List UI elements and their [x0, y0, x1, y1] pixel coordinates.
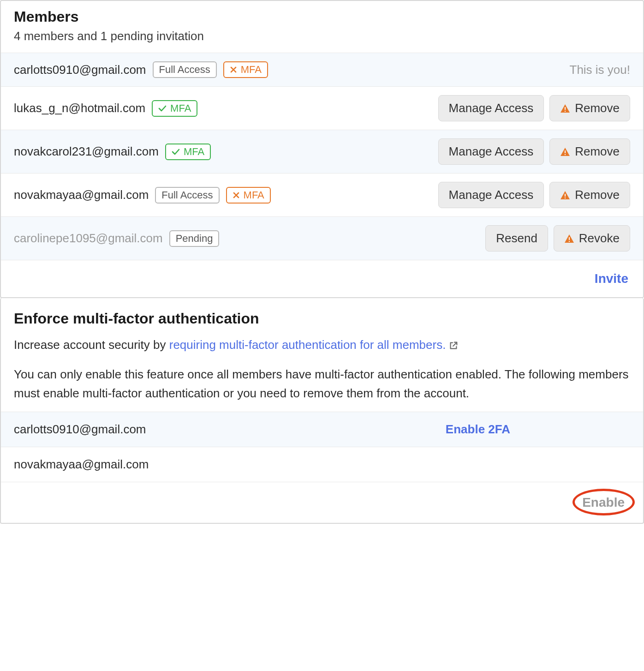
remove-label: Remove: [575, 144, 620, 159]
revoke-button[interactable]: Revoke: [554, 225, 630, 252]
mfa-link[interactable]: requiring multi-factor authentication fo…: [169, 338, 459, 352]
external-link-icon: [448, 341, 459, 351]
mfa-title: Enforce multi-factor authentication: [1, 298, 643, 334]
mfa-pending-row: carlotts0910@gmail.com Enable 2FA: [1, 412, 643, 447]
mfa-member-email: carlotts0910@gmail.com: [14, 422, 146, 437]
pending-badge: Pending: [169, 230, 220, 247]
svg-rect-0: [565, 107, 566, 110]
invite-footer: Invite: [1, 260, 643, 297]
mfa-description: Increase account security by requiring m…: [1, 334, 643, 363]
resend-button[interactable]: Resend: [485, 225, 548, 252]
svg-rect-1: [565, 111, 566, 112]
mfa-label: MFA: [241, 64, 262, 76]
members-subtitle: 4 members and 1 pending invitation: [1, 29, 643, 53]
mfa-label: MFA: [170, 102, 191, 114]
svg-rect-3: [565, 154, 566, 155]
revoke-label: Revoke: [579, 231, 620, 246]
remove-label: Remove: [575, 101, 620, 115]
warning-icon: [560, 147, 570, 156]
svg-rect-5: [565, 198, 566, 198]
svg-rect-6: [569, 237, 570, 240]
mfa-badge-disabled: MFA: [223, 61, 268, 78]
this-is-you-label: This is you!: [570, 63, 631, 77]
member-email: novakcarol231@gmail.com: [14, 144, 159, 159]
remove-label: Remove: [575, 188, 620, 202]
member-row: novakmayaa@gmail.com Full Access MFA Man…: [1, 173, 643, 216]
mfa-enable-footer: Enable: [1, 482, 643, 523]
manage-access-button[interactable]: Manage Access: [438, 182, 544, 208]
remove-button[interactable]: Remove: [549, 182, 630, 208]
enable-button[interactable]: Enable: [582, 495, 625, 510]
mfa-label: MFA: [184, 146, 204, 158]
mfa-badge-enabled: MFA: [152, 100, 197, 117]
mfa-badge-enabled: MFA: [165, 144, 211, 160]
member-row-pending: carolinepe1095@gmail.com Pending Resend …: [1, 216, 643, 260]
remove-button[interactable]: Remove: [549, 138, 630, 165]
access-badge: Full Access: [155, 187, 219, 204]
x-icon: [233, 192, 240, 199]
invite-button[interactable]: Invite: [595, 271, 628, 286]
member-row-self: carlotts0910@gmail.com Full Access MFA T…: [1, 53, 643, 86]
svg-rect-4: [565, 194, 566, 197]
mfa-desc-prefix: Increase account security by: [14, 338, 169, 352]
member-email: carolinepe1095@gmail.com: [14, 231, 163, 246]
member-email: lukas_g_n@hotmail.com: [14, 101, 145, 115]
member-email: novakmayaa@gmail.com: [14, 188, 149, 202]
member-row: novakcarol231@gmail.com MFA Manage Acces…: [1, 130, 643, 173]
svg-rect-7: [569, 241, 570, 242]
member-row: lukas_g_n@hotmail.com MFA Manage Access …: [1, 86, 643, 130]
warning-icon: [560, 191, 570, 200]
manage-access-button[interactable]: Manage Access: [438, 138, 544, 165]
mfa-pending-row: novakmayaa@gmail.com: [1, 447, 643, 482]
mfa-warning: You can only enable this feature once al…: [1, 363, 643, 412]
manage-access-button[interactable]: Manage Access: [438, 95, 544, 121]
svg-rect-2: [565, 150, 566, 153]
remove-button[interactable]: Remove: [549, 95, 630, 121]
access-badge: Full Access: [153, 61, 217, 78]
member-email: carlotts0910@gmail.com: [14, 63, 146, 77]
mfa-member-email: novakmayaa@gmail.com: [14, 457, 149, 472]
enable-2fa-button[interactable]: Enable 2FA: [446, 422, 630, 437]
check-icon: [172, 148, 180, 156]
mfa-badge-disabled: MFA: [226, 187, 271, 204]
members-title: Members: [1, 1, 643, 29]
mfa-label: MFA: [244, 189, 264, 201]
x-icon: [230, 66, 237, 73]
warning-icon: [560, 104, 570, 113]
warning-icon: [564, 234, 574, 243]
check-icon: [158, 105, 167, 112]
